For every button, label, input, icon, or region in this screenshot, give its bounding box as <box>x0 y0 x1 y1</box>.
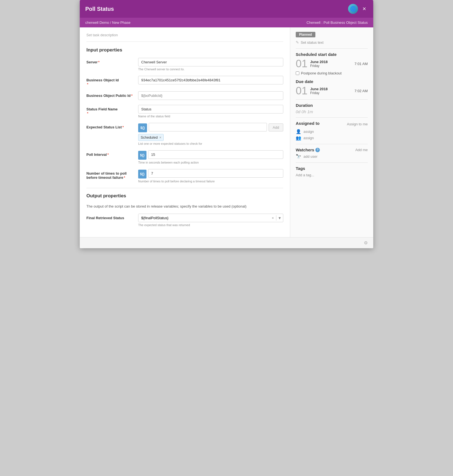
due-day-name: Friday <box>310 91 328 95</box>
settings-icon[interactable]: ⚙ <box>364 240 368 245</box>
final-status-control: × ▾ The expected status that was returne… <box>138 214 283 227</box>
poll-interval-label: Poll Interval* <box>86 150 135 157</box>
close-button[interactable]: × <box>361 5 368 13</box>
pt-required: * <box>124 175 125 180</box>
add-tag-link[interactable]: Add a tag... <box>296 173 314 177</box>
poll-times-variable-picker[interactable]: ${} <box>138 170 146 178</box>
add-me-link[interactable]: Add me <box>355 148 368 152</box>
status-field-hint: Name of the status field <box>138 115 283 118</box>
main-content: Set task description Input properties Se… <box>80 27 373 237</box>
assigned-to-title: Assigned to <box>296 121 320 126</box>
breadcrumb-right: Cherwell : Poll Business Object Status <box>307 20 368 25</box>
business-object-id-control <box>138 76 283 84</box>
assigned-section: 👤 assign 👥 assign <box>296 129 368 141</box>
due-date-display: 01 June 2018 Friday 7:02 AM <box>296 86 368 96</box>
assign-user-label[interactable]: assign <box>303 130 314 134</box>
add-status-button[interactable]: Add <box>269 123 283 131</box>
postpone-label: Postpone during blackout <box>301 71 342 75</box>
breadcrumb: cherwell Demo / New Phase Cherwell : Pol… <box>80 18 373 27</box>
status-badge[interactable]: Planned <box>296 32 315 37</box>
output-properties-title: Output properties <box>86 193 283 199</box>
poll-times-row: Number of times to poll before timeout f… <box>86 169 283 183</box>
sf-required: * <box>87 111 88 115</box>
output-hint: The output of the script can be stored i… <box>86 204 283 209</box>
final-status-clear[interactable]: × <box>269 216 276 220</box>
status-field-input[interactable] <box>138 105 283 113</box>
start-time: 7:01 AM <box>354 62 368 66</box>
final-status-dropdown-arrow[interactable]: ▾ <box>276 215 283 221</box>
status-tags-list: Scheduled × <box>138 134 283 141</box>
duration-value: 0d 0h 1m <box>296 109 368 114</box>
postpone-row: Postpone during blackout <box>296 71 368 75</box>
expected-status-label: Expected Status List* <box>86 123 135 129</box>
poll-interval-control: ${} Time in seconds between each polling… <box>138 150 283 164</box>
poll-interval-variable-picker[interactable]: ${} <box>138 151 146 160</box>
final-status-hint: The expected status that was returned <box>138 223 283 227</box>
server-row: Server* The Cherwell server to connect t… <box>86 58 283 71</box>
duration-title: Duration <box>296 103 368 108</box>
due-day: 01 <box>296 86 307 96</box>
business-object-id-row: Business Object Id* <box>86 76 283 86</box>
set-status-text[interactable]: Set status text <box>301 40 323 45</box>
poll-times-input[interactable] <box>148 169 283 178</box>
poll-interval-input[interactable] <box>148 150 283 159</box>
business-object-public-id-input[interactable] <box>138 91 283 100</box>
edit-icon: ✎ <box>296 40 299 45</box>
server-required: * <box>98 60 99 64</box>
start-month-year: June 2018 <box>310 60 328 64</box>
expected-status-control: ${} Add Scheduled × List one or more exp… <box>138 123 283 145</box>
status-field-control: Name of the status field <box>138 105 283 118</box>
expected-status-row: Expected Status List* ${} Add Scheduled … <box>86 123 283 145</box>
status-field-row: Status Field Name* Name of the status fi… <box>86 105 283 118</box>
scheduled-start-title: Scheduled start date <box>296 52 368 57</box>
header-right: 🌀 × <box>348 4 368 14</box>
poll-times-label: Number of times to poll before timeout f… <box>86 169 135 180</box>
server-control-wrap: The Cherwell server to connect to. <box>138 58 283 71</box>
postpone-checkbox[interactable] <box>296 71 299 75</box>
poll-times-hint: Number of times to poll before declaring… <box>138 180 283 183</box>
poll-interval-row: Poll Interval* ${} Time in seconds betwe… <box>86 150 283 164</box>
due-time: 7:02 AM <box>354 89 368 93</box>
assign-user-row: 👤 assign <box>296 129 368 134</box>
start-date-display: 01 June 2018 Friday 7:01 AM <box>296 58 368 69</box>
expected-status-hint: List one or more expected statuses to ch… <box>138 142 283 145</box>
tags-title: Tags <box>296 166 368 171</box>
business-object-public-id-row: Business Object Public Id* <box>86 91 283 100</box>
left-panel: Set task description Input properties Se… <box>80 27 290 237</box>
assign-to-me-link[interactable]: Assign to me <box>347 122 368 126</box>
due-date-details: June 2018 Friday <box>310 87 328 95</box>
pi-required: * <box>107 152 109 157</box>
start-date-details: June 2018 Friday <box>310 60 328 68</box>
team-icon: 👥 <box>296 135 301 141</box>
expected-status-input[interactable] <box>149 123 267 131</box>
server-hint: The Cherwell server to connect to. <box>138 68 283 71</box>
watchers-help-icon[interactable]: ? <box>315 148 320 152</box>
status-field-label: Status Field Name* <box>86 105 135 115</box>
app-logo-icon: 🌀 <box>348 4 358 14</box>
variable-picker-button[interactable]: ${} <box>138 123 147 132</box>
server-input[interactable] <box>138 58 283 66</box>
footer-bar: ⚙ <box>80 237 373 248</box>
es-required: * <box>122 125 124 129</box>
poll-interval-hint: Time in seconds between each polling act… <box>138 161 283 164</box>
add-user-label[interactable]: add user <box>303 154 318 159</box>
business-object-id-input[interactable] <box>138 76 283 84</box>
final-status-input[interactable] <box>138 214 269 222</box>
user-icon: 👤 <box>296 129 301 134</box>
bopid-required: * <box>131 94 133 98</box>
start-day-name: Friday <box>310 64 328 68</box>
remove-scheduled-tag[interactable]: × <box>159 136 161 139</box>
task-description[interactable]: Set task description <box>86 33 283 42</box>
assign-team-row: 👥 assign <box>296 135 368 141</box>
start-day: 01 <box>296 58 307 69</box>
expected-status-input-wrap: ${} Add <box>138 123 283 132</box>
add-watcher-row: 🔭 add user <box>296 154 368 159</box>
input-properties-title: Input properties <box>86 47 283 53</box>
assign-team-label[interactable]: assign <box>303 136 314 140</box>
scheduled-tag: Scheduled × <box>138 134 164 141</box>
right-panel: Planned ✎ Set status text Scheduled star… <box>290 27 373 237</box>
poll-times-control: ${} Number of times to poll before decla… <box>138 169 283 183</box>
business-object-public-id-label: Business Object Public Id* <box>86 91 135 98</box>
final-status-row: Final Retrieved Status × ▾ The expected … <box>86 214 283 227</box>
output-section: Output properties The output of the scri… <box>86 188 283 227</box>
